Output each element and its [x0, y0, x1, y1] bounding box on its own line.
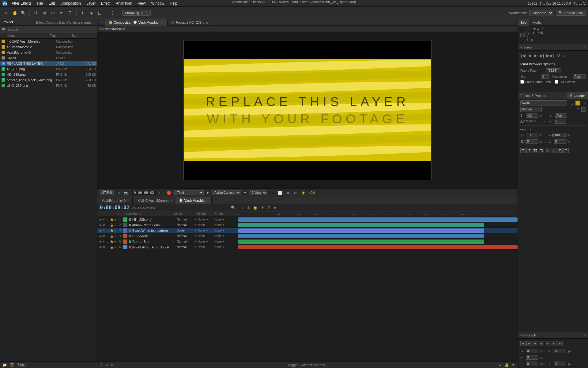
effects-presets-tab[interactable]: Effects & Presets [518, 92, 567, 99]
viewer-safe-zones-btn[interactable]: ⬜ [277, 190, 284, 196]
tl-visibility-btn[interactable]: 👁 [260, 205, 265, 210]
prev-next-frame[interactable]: ▶| [539, 52, 545, 59]
viewer-mask-btn[interactable]: ◈ [285, 190, 291, 196]
viewer-view-select[interactable]: Third Active Camera [174, 190, 204, 195]
layer-parent[interactable]: None ▾ [214, 229, 237, 232]
fmt-underline[interactable]: T [557, 148, 563, 153]
zoom-level[interactable]: (27.6%) [100, 190, 114, 195]
layer-solo-switch[interactable]: ◎ [99, 234, 102, 238]
new-comp-icon[interactable]: 🎬 [9, 363, 14, 367]
project-item[interactable]: Solids Folder [0, 55, 97, 61]
timeline-bottom-icon-4[interactable]: ▲ [498, 363, 502, 367]
layer-audio-switch[interactable]: ♪ [106, 245, 109, 249]
toolbar-pen-tool[interactable]: ✒ [58, 9, 65, 17]
timeline-layer-row[interactable]: ◎ 👁 ♪ 🔓 ★ 4 Cl Vignette Normal ▾ [97, 233, 518, 239]
fmt-strikethrough[interactable]: T [563, 148, 569, 153]
layer-trkmat[interactable]: None ▾ [197, 245, 214, 249]
timeline-bottom-icon-1[interactable]: ⬡ [100, 363, 103, 367]
layer-trkmat[interactable]: None ▾ [197, 229, 214, 232]
char-tracking-input[interactable] [554, 119, 566, 124]
timeline-bottom-icon-2[interactable]: ⚙ [105, 363, 109, 367]
layer-trkmat[interactable]: None ▾ [197, 234, 214, 238]
layer-trkmat[interactable]: None ▾ [197, 223, 214, 227]
timeline-layer-row[interactable]: ◎ 👁 ♪ 🔓 ★ 5 Corner Blur Normal ▾ [97, 239, 518, 244]
toolbar-select-tool[interactable]: ↖ [2, 9, 10, 17]
snapshot-btn[interactable]: 📷 [123, 190, 130, 196]
toolbar-clone-tool[interactable]: ◈ [88, 9, 95, 17]
char-tsume-input[interactable] [554, 139, 566, 144]
rp-tab-audio[interactable]: Audio [530, 19, 545, 26]
snapping-toggle[interactable]: Snapping ⊞ ⋮ [122, 10, 151, 16]
menu-after-effects[interactable]: After Effects [9, 1, 34, 6]
toolbar-zoom-tool[interactable]: 🔍 [20, 9, 27, 17]
menu-layer[interactable]: Layer [84, 1, 98, 6]
viewer-camera-select[interactable]: Active Camera [212, 190, 241, 195]
layer-audio-switch[interactable]: ♪ [106, 234, 109, 238]
layer-shy-switch[interactable]: ★ [114, 218, 117, 221]
para-align-right[interactable]: ≡ [533, 341, 538, 346]
layer-solo-switch[interactable]: ◎ [99, 245, 102, 249]
prev-prev-frame[interactable]: ◀ [527, 52, 532, 59]
layer-mode[interactable]: Normal ▾ [176, 234, 197, 238]
ram-resolution-value[interactable]: Auto [573, 74, 586, 79]
toolbar-puppet-tool[interactable]: ✦ [79, 9, 86, 17]
layer-mode[interactable]: Normal ▾ [176, 218, 197, 221]
toolbar-anchor-tool[interactable]: ⊕ [41, 9, 48, 17]
paragraph-options-icon[interactable]: ≡ [584, 333, 586, 337]
viewer-tab-comp[interactable]: Composition 4K VashiMorphic ✕ [105, 19, 168, 26]
layer-mode[interactable]: Screen ▾ [176, 229, 197, 232]
viewer-tab-footage[interactable]: ▣ Footage HD_239.png [168, 19, 212, 26]
fmt-super[interactable]: T [545, 148, 550, 153]
search-help-box[interactable]: 🔍 Search Help [556, 10, 586, 16]
menu-help[interactable]: Help [167, 1, 180, 6]
layer-audio-switch[interactable]: ♪ [106, 218, 109, 221]
char-horiz-scale-input[interactable] [553, 133, 566, 137]
toolbar-hand-tool[interactable]: ✋ [11, 9, 18, 17]
toolbar-rotate-tool[interactable]: ↺ [32, 9, 40, 17]
project-item[interactable]: J REPLACE THIS LAYER JPEG 371 KB [0, 61, 97, 66]
layer-solo-switch[interactable]: ◎ [99, 223, 102, 227]
viewer-toggle-channels[interactable]: 🔴 [165, 190, 172, 196]
layer-eye-switch[interactable]: 👁 [102, 240, 106, 243]
layer-audio-switch[interactable]: ♪ [106, 223, 109, 227]
fmt-caps[interactable]: TT [533, 148, 538, 153]
timeline-layer-row[interactable]: ◎ 👁 ♪ 🔓 ★ 6 [REPLACE THIS LAYER] Normal [97, 244, 518, 250]
layer-shy-switch[interactable]: ★ [114, 223, 117, 227]
viewer-canvas-area[interactable]: REPLACE THIS LAYER WITH YOUR FOOTAGE [97, 32, 518, 188]
timeline-search[interactable]: 🔍 [231, 205, 236, 210]
toolbar-rect-tool[interactable]: ▭ [49, 9, 57, 17]
layer-parent[interactable]: None ▾ [214, 218, 237, 221]
para-justify-right[interactable]: ≡ [551, 341, 556, 346]
menu-composition[interactable]: Composition [58, 1, 83, 6]
timeline-bottom-icon-5[interactable]: 🔒 [504, 363, 509, 367]
para-first-indent-input[interactable] [526, 355, 538, 360]
layer-lock-switch[interactable]: 🔓 [110, 234, 113, 238]
layer-parent[interactable]: None ▾ [214, 245, 237, 249]
para-align-center[interactable]: ≡ [526, 341, 532, 346]
para-space-after-input[interactable] [554, 362, 566, 366]
layer-lock-switch[interactable]: 🔓 [110, 223, 113, 227]
char-color-swatch[interactable] [575, 101, 580, 105]
layer-shy-switch[interactable]: ★ [114, 240, 117, 243]
rp-tab-info[interactable]: Info [518, 19, 530, 26]
fmt-sub[interactable]: T [551, 148, 556, 153]
toolbar-text-tool[interactable]: T [66, 9, 74, 17]
menu-edit[interactable]: Edit [46, 1, 57, 6]
viewer-tab-comp-close[interactable]: ✕ [161, 21, 164, 24]
tl-shy-btn[interactable]: ★ [273, 205, 278, 210]
menu-file[interactable]: File [35, 1, 45, 6]
layer-mode[interactable]: Normal ▾ [176, 223, 197, 227]
tl-solo-btn[interactable]: ◎ [246, 205, 251, 210]
project-item[interactable]: P HD_239.png PNG file 108 KB [0, 72, 97, 77]
layer-mode[interactable]: Normal ▾ [176, 245, 197, 249]
prev-first-frame[interactable]: |◀ [520, 52, 526, 59]
timeline-layer-row[interactable]: ◎ 👁 ♪ 🔓 ★ 3 Black/White test pattern Scr… [97, 228, 518, 233]
tl-tab-close[interactable]: ✕ [206, 199, 208, 202]
tl-lock-btn[interactable]: 🔒 [252, 205, 258, 210]
timeline-bottom-icon-6[interactable]: ▼ [511, 363, 515, 367]
viewer-camera-dropdown[interactable]: ▾ [243, 190, 247, 196]
project-item[interactable]: P UHD_239.png PNG file 56 KB [0, 83, 97, 88]
timeline-layer-row[interactable]: ◎ 👁 ♪ 🔓 ★ 2 40mm Primo Lens Normal ▾ [97, 222, 518, 228]
timeline-tab-4k-uhd[interactable]: 4K UHD VashiMorphic ✕ [133, 197, 176, 204]
menu-animation[interactable]: Animation [113, 1, 134, 6]
